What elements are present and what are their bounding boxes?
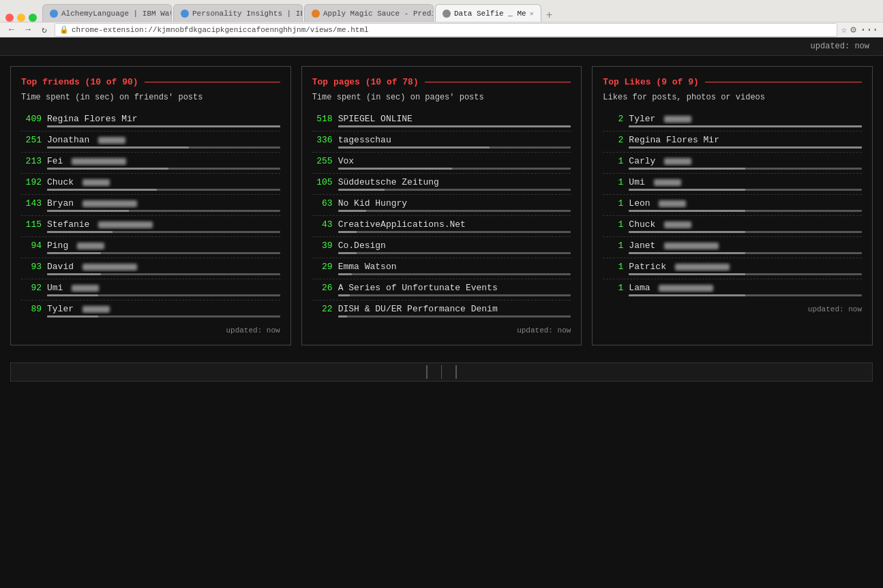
bookmark-icon[interactable]: ☆ [841, 24, 847, 35]
url-text: chrome-extension://kjmnobfdkgacipkgenicc… [72, 26, 369, 34]
blur-overlay [83, 179, 110, 186]
tab-alchemy[interactable]: AlchemyLanguage | IBM Wat... ✕ [42, 4, 172, 22]
list-item: 94 Ping [21, 237, 280, 258]
tab-close-icon[interactable]: ✕ [530, 10, 534, 18]
name-with-bar: David [47, 262, 280, 275]
browser-tabs: AlchemyLanguage | IBM Wat... ✕ Personali… [0, 0, 883, 22]
list-item: 336 tagesschau [312, 131, 571, 153]
item-number: 1 [603, 241, 623, 251]
list-item: 213 Fei [21, 153, 280, 174]
item-number: 1 [603, 156, 623, 166]
item-name: CreativeApplications.Net [338, 219, 571, 230]
list-item: 192 Chuck [21, 174, 280, 195]
name-with-bar: Chuck [629, 219, 862, 233]
item-name: Chuck [629, 219, 862, 230]
item-bar [47, 146, 280, 149]
list-item: 1 Carly [603, 153, 862, 174]
panel-likes: Top Likes (9 of 9) Likes for posts, phot… [592, 66, 873, 345]
list-item: 43 CreativeApplications.Net [312, 216, 571, 237]
item-number: 1 [603, 262, 623, 272]
name-with-bar: Patrick [629, 262, 862, 275]
list-item: 1 Chuck [603, 216, 862, 237]
item-name: Chuck [47, 177, 280, 187]
item-number: 93 [21, 262, 42, 272]
item-name: Janet [629, 241, 862, 251]
item-number: 92 [21, 283, 42, 293]
blur-overlay [664, 243, 719, 249]
list-item: 1 Patrick [603, 258, 862, 279]
list-item: 63 No Kid Hungry [312, 195, 571, 216]
name-with-bar: Vox [338, 156, 571, 170]
blur-overlay [72, 158, 126, 165]
tab-dataselfie[interactable]: Data Selfie _ Me ✕ [435, 4, 541, 22]
list-item: 39 Co.Design [312, 237, 571, 258]
blur-overlay [664, 221, 691, 228]
minimize-button[interactable] [17, 14, 25, 22]
toolbar-right: ☆ ⚙ ··· [841, 23, 878, 37]
item-number: 255 [312, 156, 333, 166]
blur-overlay [77, 243, 104, 249]
item-name: Tyler [47, 304, 280, 314]
new-tab-button[interactable]: + [543, 10, 556, 22]
item-number: 39 [312, 241, 333, 251]
panel-friends-subtitle: Time spent (in sec) on friends' posts [21, 93, 280, 102]
browser-chrome: AlchemyLanguage | IBM Wat... ✕ Personali… [0, 0, 883, 37]
list-item: 143 Bryan [21, 195, 280, 216]
close-button[interactable] [5, 14, 14, 22]
item-number: 336 [312, 135, 333, 145]
item-name: Carly [629, 156, 862, 166]
blur-overlay [675, 264, 730, 270]
tab-magic[interactable]: Apply Magic Sauce - Predicti... ✕ [304, 4, 434, 22]
list-item: 255 Vox [312, 153, 571, 174]
name-with-bar: Lama [629, 283, 862, 296]
panel-likes-subtitle: Likes for posts, photos or videos [603, 93, 862, 102]
name-with-bar: tagesschau [338, 135, 571, 149]
url-bar[interactable]: 🔒 chrome-extension://kjmnobfdkgacipkgeni… [55, 23, 837, 37]
menu-icon[interactable]: ··· [860, 23, 878, 37]
item-bar [47, 252, 280, 254]
item-number: 1 [603, 219, 623, 230]
name-with-bar: Ping [47, 241, 280, 254]
panel-likes-footer: updated: now [603, 305, 862, 313]
item-bar [629, 189, 862, 191]
item-bar [629, 252, 862, 254]
back-button[interactable]: ← [5, 24, 18, 36]
item-name: Ping [47, 241, 280, 251]
item-number: 213 [21, 156, 42, 166]
name-with-bar: Chuck [47, 177, 280, 191]
panel-friends-footer: updated: now [21, 326, 280, 335]
maximize-button[interactable] [29, 14, 37, 22]
tab-personality[interactable]: Personality Insights | IBM Wa... ✕ [173, 4, 303, 22]
tab-label: Data Selfie _ Me [454, 10, 526, 18]
item-number: 409 [21, 114, 42, 124]
item-name: DISH & DU/ER Performance Denim [338, 304, 571, 314]
tab-favicon [50, 10, 58, 18]
item-bar [338, 252, 571, 254]
item-name: Regina Flores Mir [47, 114, 280, 124]
friends-list: 409 Regina Flores Mir 251 Jonathan 213 [21, 110, 280, 321]
item-name: Vox [338, 156, 571, 166]
item-name: Süddeutsche Zeitung [338, 177, 571, 187]
item-number: 94 [21, 241, 42, 251]
name-with-bar: No Kid Hungry [338, 198, 571, 212]
name-with-bar: Tyler [47, 304, 280, 318]
item-number: 1 [603, 177, 623, 187]
top-bar: updated: now [0, 37, 883, 56]
reload-button[interactable]: ↻ [38, 24, 50, 36]
list-item: 29 Emma Watson [312, 258, 571, 279]
name-with-bar: SPIEGEL ONLINE [338, 114, 571, 127]
forward-button[interactable]: → [22, 24, 34, 36]
item-bar [47, 168, 280, 170]
panels-container: Top friends (10 of 90) Time spent (in se… [0, 56, 883, 356]
panel-friends-title: Top friends (10 of 90) [21, 77, 280, 87]
item-name: Umi [629, 177, 862, 187]
item-bar [47, 125, 280, 127]
item-name: Jonathan [47, 135, 280, 145]
extensions-icon[interactable]: ⚙ [850, 24, 856, 35]
list-item: 92 Umi [21, 279, 280, 300]
name-with-bar: Bryan [47, 198, 280, 212]
item-number: 63 [312, 198, 333, 208]
name-with-bar: Emma Watson [338, 262, 571, 275]
list-item: 1 Leon [603, 195, 862, 216]
item-number: 115 [21, 219, 42, 230]
